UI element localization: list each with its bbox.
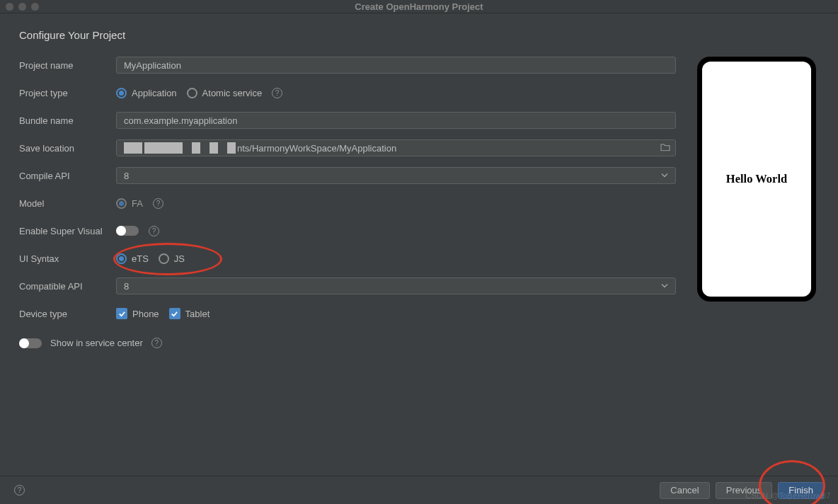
maximize-window-icon[interactable] (31, 3, 39, 11)
footer: ? Cancel Previous Finish (0, 476, 838, 504)
censored-segment (192, 142, 200, 154)
row-compile-api: Compile API 8 (19, 167, 676, 184)
label-device-type: Device type (19, 309, 116, 319)
preview-text: Hello World (726, 172, 787, 186)
radio-application[interactable]: Application (116, 88, 177, 98)
service-center-toggle[interactable] (19, 338, 42, 348)
checkbox-tablet[interactable]: Tablet (169, 308, 210, 319)
compatible-api-value: 8 (124, 281, 129, 292)
censored-segment (144, 142, 183, 154)
censored-segment (210, 142, 218, 154)
radio-fa[interactable]: FA (116, 198, 143, 209)
preview-screen: Hello World (702, 62, 811, 297)
preview-column: Hello World (697, 57, 819, 348)
row-bundle-name: Bundle name (19, 112, 676, 129)
checkbox-phone-label: Phone (132, 309, 159, 319)
label-project-name: Project name (19, 60, 116, 71)
compile-api-value: 8 (124, 171, 129, 181)
super-visual-toggle[interactable] (116, 226, 139, 236)
bundle-name-input[interactable] (116, 112, 676, 129)
row-model: Model FA ? (19, 195, 676, 212)
save-location-tail: nts/HarmonyWorkSpace/MyApplication (237, 143, 396, 154)
radio-js-label: JS (174, 253, 185, 264)
compile-api-select[interactable]: 8 (116, 167, 676, 184)
label-bundle-name: Bundle name (19, 115, 116, 126)
label-ui-syntax: UI Syntax (19, 253, 116, 264)
finish-button[interactable]: Finish (778, 482, 824, 499)
window-title: Create OpenHarmony Project (355, 1, 483, 12)
close-window-icon[interactable] (6, 3, 13, 11)
minimize-window-icon[interactable] (18, 3, 26, 11)
chevron-down-icon (661, 281, 668, 292)
row-super-visual: Enable Super Visual ? (19, 222, 676, 239)
row-project-type: Project type Application Atomic service … (19, 84, 676, 101)
radio-atomic-service-label: Atomic service (202, 88, 263, 98)
help-icon-project-type[interactable]: ? (272, 88, 282, 98)
traffic-lights (6, 3, 39, 11)
preview-phone-frame: Hello World (697, 57, 816, 302)
label-save-location: Save location (19, 143, 116, 154)
label-service-center: Show in service center (50, 338, 143, 348)
radio-js[interactable]: JS (159, 253, 185, 264)
radio-application-label: Application (132, 88, 177, 98)
chevron-down-icon (661, 171, 668, 181)
row-device-type: Device type Phone Tablet (19, 305, 676, 322)
checkbox-tablet-label: Tablet (185, 309, 210, 319)
titlebar: Create OpenHarmony Project (0, 0, 838, 13)
help-icon-super-visual[interactable]: ? (149, 226, 159, 236)
project-name-input[interactable] (116, 57, 676, 74)
radio-fa-label: FA (132, 198, 143, 209)
label-super-visual: Enable Super Visual (19, 226, 116, 236)
radio-ets[interactable]: eTS (116, 253, 149, 264)
cancel-button[interactable]: Cancel (660, 482, 709, 499)
row-service-center: Show in service center ? (19, 338, 676, 348)
checkbox-phone[interactable]: Phone (116, 308, 159, 319)
row-save-location: Save location nts/HarmonyWorkSpace/MyApp… (19, 139, 676, 156)
page-title: Configure Your Project (19, 29, 819, 41)
row-ui-syntax: UI Syntax eTS JS (19, 250, 676, 267)
save-location-input[interactable]: nts/HarmonyWorkSpace/MyApplication (116, 139, 676, 156)
censored-segment (227, 142, 236, 154)
compatible-api-select[interactable]: 8 (116, 277, 676, 294)
label-compatible-api: Compatible API (19, 281, 116, 292)
row-project-name: Project name (19, 57, 676, 74)
previous-button[interactable]: Previous (716, 482, 773, 499)
label-model: Model (19, 198, 116, 209)
form-column: Project name Project type Application At… (19, 57, 676, 348)
radio-ets-label: eTS (132, 253, 149, 264)
radio-atomic-service[interactable]: Atomic service (187, 88, 263, 98)
label-project-type: Project type (19, 88, 116, 98)
row-compatible-api: Compatible API 8 (19, 277, 676, 294)
browse-folder-icon[interactable] (660, 143, 670, 154)
censored-segment (124, 142, 142, 154)
label-compile-api: Compile API (19, 171, 116, 181)
help-icon-model[interactable]: ? (153, 198, 163, 209)
help-icon-footer[interactable]: ? (14, 485, 25, 496)
content-area: Configure Your Project Project name Proj… (0, 13, 838, 476)
help-icon-service-center[interactable]: ? (151, 338, 162, 348)
